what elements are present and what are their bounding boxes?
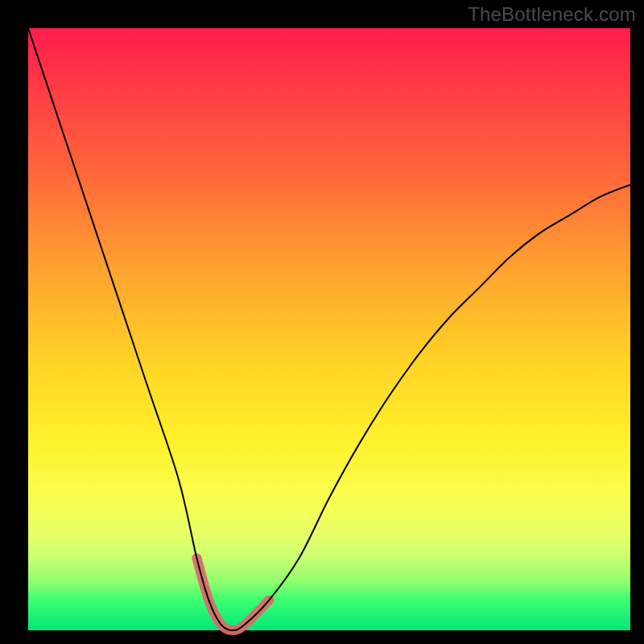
highlight-segment	[196, 558, 269, 630]
watermark-text: TheBottleneck.com	[468, 3, 636, 26]
bottleneck-curve	[28, 28, 630, 630]
plot-area	[28, 28, 630, 630]
chart-frame: TheBottleneck.com	[0, 0, 644, 644]
chart-svg	[28, 28, 630, 630]
